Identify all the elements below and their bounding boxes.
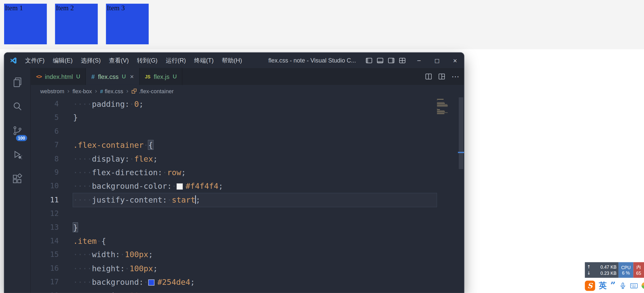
code-line[interactable]: 17····background:·#254de4; <box>31 275 464 289</box>
code-line[interactable]: 12 <box>31 207 464 221</box>
line-number[interactable]: 8 <box>31 152 59 166</box>
menu-help[interactable]: 帮助(H) <box>218 53 246 68</box>
breadcrumb-item-symbol[interactable]: .flex-container <box>132 88 174 94</box>
split-editor-icon[interactable] <box>425 73 432 80</box>
color-swatch[interactable] <box>148 279 154 285</box>
code-line[interactable]: 10····background-color:·#f4f4f4; <box>31 180 464 193</box>
menu-edit[interactable]: 编辑(E) <box>49 53 77 68</box>
line-number[interactable]: 12 <box>31 207 59 221</box>
window-title: flex.css - note - Visual Studio C... <box>253 53 372 68</box>
menu-terminal[interactable]: 终端(T) <box>190 53 218 68</box>
breadcrumb-item-folder[interactable]: flex-box <box>73 88 92 94</box>
code-line[interactable]: 11····justify-content:·start; <box>31 193 464 207</box>
code-token: ···· <box>73 195 92 204</box>
code-token: 100px <box>125 250 148 259</box>
code-token: ; <box>148 291 153 293</box>
more-actions-icon[interactable]: ⋯ <box>451 73 459 80</box>
line-number[interactable]: 13 <box>31 221 59 234</box>
line-number[interactable]: 18 <box>31 289 59 293</box>
scrollbar-thumb[interactable] <box>459 97 463 169</box>
microphone-icon[interactable] <box>619 282 626 289</box>
line-number[interactable]: 14 <box>31 234 59 248</box>
code-line[interactable]: 8····display:·flex; <box>31 152 464 166</box>
sogou-logo[interactable]: S <box>585 280 595 291</box>
code-line[interactable]: 18····margin:·10px; <box>31 289 464 293</box>
close-button[interactable]: × <box>446 53 464 68</box>
code-line[interactable]: 13} <box>31 221 464 234</box>
memory-value: 65 <box>636 271 641 276</box>
maximize-button[interactable]: □ <box>428 53 446 68</box>
line-number[interactable]: 17 <box>31 275 59 289</box>
code-token: justify-content <box>92 195 162 204</box>
line-number[interactable]: 6 <box>31 125 59 139</box>
ime-language-mode[interactable]: 英 <box>599 280 607 291</box>
upload-icon: ↑ <box>587 264 591 270</box>
chevron-right-icon: › <box>126 87 129 95</box>
source-control-icon[interactable]: 100 <box>4 119 31 143</box>
code-token: : <box>162 195 167 204</box>
code-line[interactable]: 9····flex-direction:·row; <box>31 166 464 179</box>
menu-file[interactable]: 文件(F) <box>21 53 49 68</box>
menu-view[interactable]: 查看(V) <box>105 53 133 68</box>
voice-marks-icon[interactable]: ” <box>610 284 616 288</box>
editor-layout-icon[interactable] <box>438 73 445 80</box>
line-number[interactable]: 16 <box>31 262 59 276</box>
vscode-logo-icon <box>9 56 17 64</box>
toggle-panel-icon[interactable] <box>377 57 384 64</box>
code-token: : <box>125 99 129 108</box>
extensions-icon[interactable] <box>4 167 31 191</box>
code-line[interactable]: 5} <box>31 111 464 124</box>
line-number[interactable]: 4 <box>31 97 59 111</box>
close-tab-icon[interactable]: × <box>130 73 134 80</box>
code-line[interactable]: 16····height:·100px; <box>31 262 464 275</box>
tab-flex-css[interactable]: # flex.css U × <box>86 68 139 85</box>
menu-selection[interactable]: 选择(S) <box>77 53 105 68</box>
code-token: flex <box>134 154 153 163</box>
flex-item-1: Item 1 <box>4 4 47 44</box>
explorer-icon[interactable] <box>4 70 31 95</box>
tab-index-html[interactable]: <> index.html U <box>31 68 86 85</box>
system-monitor[interactable]: ↑ 0.47 KB ↓ 0.23 KB CPU 6 % 内 65 <box>585 262 644 278</box>
line-number[interactable]: 7 <box>31 138 59 152</box>
search-icon[interactable] <box>4 94 31 119</box>
line-number[interactable]: 10 <box>31 180 59 193</box>
code-line[interactable]: 4····padding:·0; <box>31 97 464 111</box>
code-token: : <box>125 154 129 163</box>
line-number[interactable]: 9 <box>31 166 59 180</box>
toggle-primary-sidebar-icon[interactable] <box>366 57 373 64</box>
keyboard-icon[interactable] <box>630 283 638 288</box>
code-token: 100px <box>129 264 153 273</box>
vscode-window: 文件(F) 编辑(E) 选择(S) 查看(V) 转到(G) 运行(R) 终端(T… <box>4 53 464 293</box>
code-token: ···· <box>73 250 92 259</box>
run-debug-icon[interactable] <box>4 143 31 167</box>
code-line[interactable]: 15····width:·100px; <box>31 248 464 261</box>
code-line[interactable]: 14.item·{ <box>31 234 464 248</box>
editor-scrollbar[interactable] <box>458 97 464 293</box>
code-token: · <box>125 291 129 293</box>
color-swatch[interactable] <box>176 183 183 190</box>
line-number[interactable]: 11 <box>31 193 59 207</box>
code-token: ···· <box>73 168 92 177</box>
code-token: : <box>167 182 172 191</box>
code-token: 10px <box>129 291 148 293</box>
menubar: 文件(F) 编辑(E) 选择(S) 查看(V) 转到(G) 运行(R) 终端(T… <box>21 53 246 68</box>
tab-flex-js[interactable]: JS flex.js U <box>139 68 183 85</box>
menu-go[interactable]: 转到(G) <box>133 53 162 68</box>
code-token: display <box>92 154 125 163</box>
menu-run[interactable]: 运行(R) <box>162 53 190 68</box>
code-line[interactable]: 7.flex-container·{ <box>31 138 464 152</box>
code-token: : <box>115 250 120 259</box>
code-editor[interactable]: 4····padding:·0;5}67.flex-container·{8··… <box>31 97 464 293</box>
line-number[interactable]: 5 <box>31 111 59 125</box>
breadcrumb-text: webstrom <box>40 88 64 94</box>
code-line[interactable]: 6 <box>31 125 464 138</box>
breadcrumb-item-folder[interactable]: webstrom <box>40 88 64 94</box>
breadcrumb-item-file[interactable]: # flex.css <box>100 88 123 94</box>
toolbox-icon[interactable] <box>641 282 644 289</box>
minimize-button[interactable]: ─ <box>410 53 428 68</box>
line-number[interactable]: 15 <box>31 248 59 262</box>
toggle-secondary-sidebar-icon[interactable] <box>388 57 395 64</box>
customize-layout-icon[interactable] <box>399 57 406 64</box>
minimap[interactable] <box>437 99 449 114</box>
code-token: { <box>148 140 153 149</box>
